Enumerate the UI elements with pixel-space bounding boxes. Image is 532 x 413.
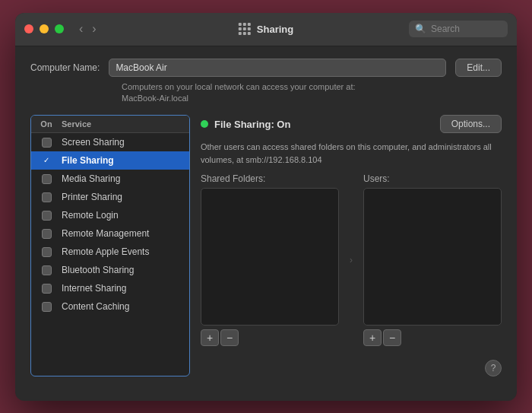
- service-item-internet-sharing[interactable]: Internet Sharing: [31, 279, 189, 297]
- fullscreen-button[interactable]: [55, 24, 64, 33]
- remove-user-button[interactable]: −: [383, 329, 401, 346]
- service-list-header: On Service: [31, 116, 189, 133]
- search-box[interactable]: 🔍 Search: [409, 21, 508, 37]
- computer-name-input[interactable]: [109, 59, 446, 77]
- users-controls: + −: [363, 329, 502, 346]
- status-dot-green: [201, 120, 208, 128]
- internet-sharing-checkbox[interactable]: [42, 284, 52, 294]
- content-caching-checkbox[interactable]: [42, 302, 52, 312]
- help-button[interactable]: ?: [485, 360, 502, 376]
- shared-folders-box: [201, 188, 339, 326]
- main-panel: On Service Screen Sharing: [30, 115, 502, 376]
- users-label: Users:: [363, 173, 502, 184]
- window-title: Sharing: [257, 24, 293, 35]
- forward-button[interactable]: ›: [89, 21, 99, 37]
- arrow-divider: ›: [350, 173, 353, 346]
- bluetooth-sharing-checkbox[interactable]: [42, 265, 52, 275]
- printer-sharing-label: Printer Sharing: [62, 192, 189, 202]
- service-item-bluetooth-sharing[interactable]: Bluetooth Sharing: [31, 261, 189, 279]
- status-row: File Sharing: On Options...: [201, 115, 502, 133]
- internet-sharing-label: Internet Sharing: [62, 283, 189, 294]
- remote-management-label: Remote Management: [62, 228, 189, 239]
- service-items-list: Screen Sharing ✓ File Sharing: [31, 133, 189, 316]
- checkmark-icon: ✓: [43, 157, 49, 164]
- shared-folders-controls: + −: [201, 329, 339, 346]
- folders-row: Shared Folders: + − › Users:: [201, 173, 502, 346]
- status-label: File Sharing: On: [214, 119, 290, 130]
- col-service-header: Service: [62, 119, 189, 129]
- shared-folders-label: Shared Folders:: [201, 173, 339, 184]
- file-sharing-checkbox[interactable]: ✓: [42, 156, 52, 166]
- checkbox-area: [31, 138, 62, 148]
- edit-button[interactable]: Edit...: [455, 59, 502, 77]
- apps-icon: [239, 23, 251, 35]
- search-icon: 🔍: [415, 24, 426, 34]
- service-item-remote-login[interactable]: Remote Login: [31, 206, 189, 224]
- remove-shared-folder-button[interactable]: −: [220, 329, 239, 346]
- media-sharing-label: Media Sharing: [62, 173, 189, 184]
- close-button[interactable]: [24, 24, 33, 33]
- users-col: Users: + −: [363, 173, 502, 346]
- back-button[interactable]: ‹: [76, 21, 86, 37]
- add-user-button[interactable]: +: [363, 329, 382, 346]
- users-box: [363, 188, 502, 326]
- content-caching-label: Content Caching: [62, 301, 189, 312]
- checkbox-area: ✓: [31, 156, 62, 166]
- nav-buttons: ‹ ›: [76, 21, 100, 37]
- remote-login-checkbox[interactable]: [42, 211, 52, 221]
- remote-apple-events-label: Remote Apple Events: [62, 246, 189, 257]
- file-sharing-label: File Sharing: [62, 155, 189, 166]
- service-item-content-caching[interactable]: Content Caching: [31, 297, 189, 316]
- service-item-printer-sharing[interactable]: Printer Sharing: [31, 188, 189, 206]
- bottom-bar: ?: [201, 360, 502, 376]
- service-item-remote-management[interactable]: Remote Management: [31, 224, 189, 243]
- computer-name-label: Computer Name:: [30, 62, 100, 73]
- options-button[interactable]: Options...: [440, 115, 502, 133]
- service-item-file-sharing[interactable]: ✓ File Sharing: [31, 151, 189, 170]
- shared-folders-col: Shared Folders: + −: [201, 173, 339, 346]
- service-item-media-sharing[interactable]: Media Sharing: [31, 170, 189, 188]
- service-item-screen-sharing[interactable]: Screen Sharing: [31, 133, 189, 151]
- service-item-remote-apple-events[interactable]: Remote Apple Events: [31, 243, 189, 261]
- detail-description: Other users can access shared folders on…: [201, 141, 502, 166]
- search-placeholder: Search: [431, 24, 460, 34]
- screen-sharing-label: Screen Sharing: [62, 137, 189, 148]
- content-area: Computer Name: Edit... Computers on your…: [15, 46, 517, 401]
- service-list: On Service Screen Sharing: [30, 115, 190, 376]
- remote-login-label: Remote Login: [62, 210, 189, 221]
- media-sharing-checkbox[interactable]: [42, 174, 52, 184]
- computer-name-description: Computers on your local network can acce…: [122, 81, 502, 105]
- screen-sharing-checkbox[interactable]: [42, 138, 52, 148]
- right-panel: File Sharing: On Options... Other users …: [201, 115, 502, 376]
- status-indicator: File Sharing: On: [201, 119, 290, 130]
- printer-sharing-checkbox[interactable]: [42, 192, 52, 202]
- bluetooth-sharing-label: Bluetooth Sharing: [62, 265, 189, 275]
- window-title-area: Sharing: [239, 23, 293, 35]
- traffic-lights: [24, 24, 64, 33]
- computer-name-row: Computer Name: Edit...: [30, 59, 502, 77]
- add-shared-folder-button[interactable]: +: [201, 329, 219, 346]
- col-on-header: On: [31, 119, 62, 129]
- remote-apple-events-checkbox[interactable]: [42, 247, 52, 257]
- titlebar: ‹ › Sharing 🔍 Search: [15, 13, 517, 46]
- minimize-button[interactable]: [40, 24, 49, 33]
- main-window: ‹ › Sharing 🔍 Search Computer Name: Edit…: [15, 13, 517, 401]
- remote-management-checkbox[interactable]: [42, 229, 52, 239]
